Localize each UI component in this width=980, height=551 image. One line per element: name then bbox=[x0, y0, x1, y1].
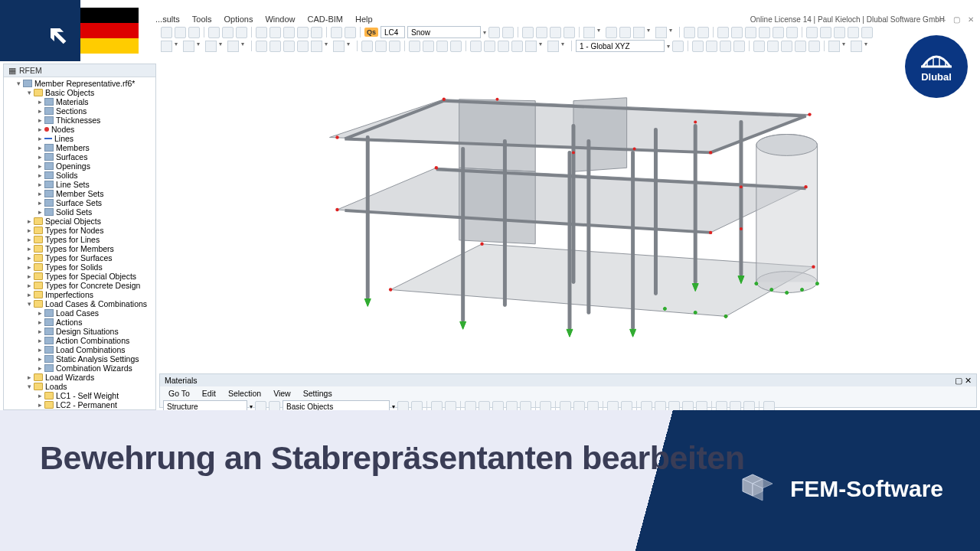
tree-openings[interactable]: Openings bbox=[56, 161, 90, 171]
tb-btn[interactable] bbox=[175, 27, 186, 38]
tb-btn[interactable] bbox=[834, 27, 845, 38]
tb-btn[interactable] bbox=[684, 27, 695, 38]
tb-btn[interactable] bbox=[525, 41, 537, 52]
mat-menu-view[interactable]: View bbox=[268, 388, 296, 399]
tb-btn[interactable] bbox=[851, 41, 862, 52]
tb-btn[interactable] bbox=[270, 41, 281, 52]
tb-btn[interactable] bbox=[583, 27, 595, 38]
tb-btn[interactable] bbox=[672, 41, 684, 52]
tb-btn[interactable] bbox=[256, 41, 267, 52]
coord-system-select[interactable]: 1 - Global XYZ bbox=[576, 40, 665, 52]
mat-menu-settings[interactable]: Settings bbox=[298, 388, 338, 399]
tb-btn[interactable] bbox=[795, 41, 806, 52]
tree-tlines[interactable]: Types for Lines bbox=[45, 235, 100, 244]
tb-btn[interactable] bbox=[697, 27, 709, 38]
tb-btn[interactable] bbox=[706, 41, 717, 52]
panel-close-icon[interactable]: ✕ bbox=[965, 376, 972, 385]
tree-lc2[interactable]: LC2 - Permanent bbox=[56, 400, 117, 409]
tb-btn[interactable] bbox=[655, 27, 667, 38]
tb-btn[interactable] bbox=[547, 41, 559, 52]
tb-btn[interactable] bbox=[806, 27, 818, 38]
tree-tspecial[interactable]: Types for Special Objects bbox=[45, 272, 136, 281]
tb-btn[interactable] bbox=[848, 27, 859, 38]
tb-btn[interactable] bbox=[450, 41, 462, 52]
tb-btn[interactable] bbox=[808, 41, 820, 52]
tree-actions[interactable]: Actions bbox=[56, 318, 82, 327]
tb-btn[interactable] bbox=[828, 41, 840, 52]
tb-btn[interactable] bbox=[236, 27, 247, 38]
tb-btn[interactable] bbox=[564, 27, 575, 38]
tb-btn[interactable] bbox=[188, 27, 200, 38]
tree-actioncomb[interactable]: Action Combinations bbox=[56, 336, 129, 345]
tb-btn[interactable] bbox=[208, 27, 220, 38]
lc-name[interactable]: Snow bbox=[407, 26, 481, 38]
mat-menu-edit[interactable]: Edit bbox=[197, 388, 221, 399]
tb-btn[interactable] bbox=[767, 41, 779, 52]
tb-btn[interactable] bbox=[773, 27, 784, 38]
menu-tools[interactable]: Tools bbox=[186, 15, 218, 24]
tb-btn[interactable] bbox=[550, 27, 561, 38]
model-tree[interactable]: ▾Member Representative.rf6* ▾Basic Objec… bbox=[4, 77, 155, 410]
tb-btn[interactable] bbox=[161, 41, 172, 52]
tb-btn[interactable] bbox=[536, 27, 547, 38]
tb-btn[interactable] bbox=[733, 41, 745, 52]
pin-icon[interactable]: ▢ bbox=[955, 376, 962, 385]
tb-btn[interactable] bbox=[297, 41, 309, 52]
tree-tsurfaces[interactable]: Types for Surfaces bbox=[45, 253, 113, 262]
lc-code[interactable]: LC4 bbox=[381, 26, 405, 38]
tree-surfacesets[interactable]: Surface Sets bbox=[56, 198, 102, 207]
tree-solids[interactable]: Solids bbox=[56, 171, 78, 180]
tb-btn[interactable] bbox=[511, 41, 523, 52]
tb-btn[interactable] bbox=[375, 41, 387, 52]
tree-designsit[interactable]: Design Situations bbox=[56, 327, 119, 336]
tb-btn[interactable] bbox=[606, 27, 617, 38]
tb-btn[interactable] bbox=[786, 27, 798, 38]
tb-btn[interactable] bbox=[619, 27, 631, 38]
mat-menu-goto[interactable]: Go To bbox=[163, 388, 195, 399]
tb-btn[interactable] bbox=[488, 27, 500, 38]
minimize-icon[interactable]: — bbox=[938, 15, 946, 24]
tb-btn[interactable] bbox=[283, 41, 295, 52]
tb-btn[interactable] bbox=[297, 27, 309, 38]
tb-btn[interactable] bbox=[522, 27, 534, 38]
tb-btn[interactable] bbox=[692, 41, 704, 52]
menu-options[interactable]: Options bbox=[217, 15, 259, 24]
tree-staticanal[interactable]: Static Analysis Settings bbox=[56, 354, 139, 364]
tb-btn[interactable] bbox=[389, 41, 400, 52]
tb-btn[interactable] bbox=[205, 41, 217, 52]
menu-results[interactable]: ...sults bbox=[149, 15, 186, 24]
tb-btn[interactable] bbox=[161, 27, 172, 38]
tree-linesets[interactable]: Line Sets bbox=[56, 180, 90, 189]
tb-btn[interactable] bbox=[861, 27, 873, 38]
tree-tsolids[interactable]: Types for Solids bbox=[45, 262, 103, 272]
tb-btn[interactable] bbox=[333, 41, 345, 52]
tree-materials[interactable]: Materials bbox=[56, 97, 89, 106]
tree-combwiz[interactable]: Combination Wizards bbox=[56, 364, 132, 373]
tb-btn[interactable] bbox=[781, 41, 792, 52]
tb-btn[interactable] bbox=[183, 41, 194, 52]
tb-btn[interactable] bbox=[502, 27, 514, 38]
tb-btn[interactable] bbox=[717, 27, 729, 38]
tb-btn[interactable] bbox=[331, 27, 342, 38]
tree-lcc[interactable]: Load Cases & Combinations bbox=[45, 299, 147, 308]
tree-loadcases[interactable]: Load Cases bbox=[56, 308, 99, 318]
close-icon[interactable]: ✕ bbox=[968, 15, 974, 24]
tree-special[interactable]: Special Objects bbox=[45, 217, 101, 226]
tree-model[interactable]: Member Representative.rf6* bbox=[34, 79, 135, 88]
tree-nodes[interactable]: Nodes bbox=[51, 125, 74, 134]
tb-btn[interactable] bbox=[270, 27, 281, 38]
tree-basic[interactable]: Basic Objects bbox=[45, 88, 94, 97]
tree-sections[interactable]: Sections bbox=[56, 106, 87, 116]
tb-btn[interactable] bbox=[498, 41, 509, 52]
tb-btn[interactable] bbox=[311, 41, 322, 52]
tree-membersets[interactable]: Member Sets bbox=[56, 189, 103, 198]
tb-btn[interactable] bbox=[436, 41, 448, 52]
tree-imperf[interactable]: Imperfections bbox=[45, 290, 93, 299]
tree-lines[interactable]: Lines bbox=[54, 134, 74, 143]
tree-tmembers[interactable]: Types for Members bbox=[45, 244, 114, 253]
tree-members[interactable]: Members bbox=[56, 143, 90, 152]
tree-loadcomb[interactable]: Load Combinations bbox=[56, 345, 125, 354]
tb-btn[interactable] bbox=[222, 27, 234, 38]
tree-thicknesses[interactable]: Thicknesses bbox=[56, 116, 100, 125]
tb-btn[interactable] bbox=[283, 27, 295, 38]
